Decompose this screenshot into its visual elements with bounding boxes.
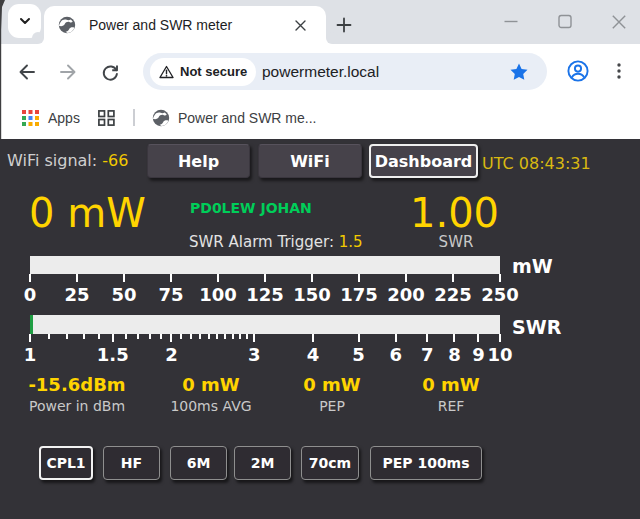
browser-menu-icon[interactable] <box>612 60 626 82</box>
meter-tick-minor <box>208 334 210 339</box>
meter-tick-minor <box>149 334 151 339</box>
readout-dbm: -15.6dBm Power in dBm <box>28 374 125 414</box>
security-chip[interactable]: Not secure <box>150 58 256 86</box>
not-secure-warning-icon <box>159 65 174 79</box>
meter-scale-label: 150 <box>293 284 331 305</box>
power-meter-unit: mW <box>512 255 553 277</box>
meter-tick-major <box>29 274 31 282</box>
security-chip-label: Not secure <box>180 64 247 79</box>
meter-tick-minor <box>83 334 85 339</box>
meter-tick-minor <box>216 334 218 339</box>
meter-scale-label: 10 <box>487 344 512 365</box>
band-button-pep100ms[interactable]: PEP 100ms <box>370 446 482 480</box>
browser-toolbar: Not secure powermeter.local <box>0 44 640 96</box>
meter-tick-major <box>76 274 78 282</box>
meter-tick-major <box>358 274 360 282</box>
meter-scale-label: 200 <box>387 284 425 305</box>
bookmarks-separator <box>133 109 135 126</box>
close-icon <box>295 20 306 31</box>
meter-tick-minor <box>137 334 139 339</box>
meter-tick-minor <box>160 334 162 339</box>
reload-button[interactable] <box>100 62 120 82</box>
readout-pep: 0 mW PEP <box>303 374 360 414</box>
meter-tick-minor <box>180 334 182 339</box>
meter-tick-major <box>426 334 428 342</box>
forward-button[interactable] <box>58 62 78 82</box>
swr-caption: SWR <box>429 233 483 251</box>
swr-meter-bar <box>30 315 500 334</box>
band-button-cpl1[interactable]: CPL1 <box>39 446 93 480</box>
meter-tick-minor <box>246 334 248 339</box>
meter-scale-label: 5 <box>352 344 365 365</box>
meter-scale-label: 25 <box>64 284 89 305</box>
address-bar[interactable]: Not secure powermeter.local <box>143 53 547 90</box>
dashboard-button[interactable]: Dashboard <box>369 144 478 178</box>
meter-tick-minor <box>224 334 226 339</box>
readout-dbm-value: -15.6dBm <box>28 374 125 395</box>
meter-tick-major <box>452 274 454 282</box>
meter-tick-major <box>253 334 255 342</box>
utc-clock: UTC 08:43:31 <box>482 154 591 173</box>
meter-tick-minor <box>199 334 201 339</box>
band-button-hf[interactable]: HF <box>103 446 160 480</box>
meter-tick-major <box>29 334 31 342</box>
readout-ref: 0 mW REF <box>422 374 479 414</box>
swr-alarm-label: SWR Alarm Trigger: <box>189 233 334 251</box>
readout-pep-label: PEP <box>303 398 360 414</box>
meter-tick-major <box>311 274 313 282</box>
meter-scale-label: 2 <box>165 344 178 365</box>
meter-tick-major <box>499 274 501 282</box>
meter-tick-minor <box>239 334 241 339</box>
window-close-button[interactable] <box>612 0 626 44</box>
meter-tick-major <box>217 274 219 282</box>
meter-scale-label: 50 <box>111 284 136 305</box>
bookmark-label: Power and SWR me... <box>178 110 317 126</box>
meter-scale-label: 7 <box>421 344 434 365</box>
apps-label: Apps <box>48 110 80 126</box>
meter-scale-label: 8 <box>448 344 461 365</box>
meter-scale-label: 75 <box>158 284 183 305</box>
wifi-signal-value: -66 <box>102 151 128 170</box>
browser-tab[interactable]: Power and SWR meter <box>44 6 326 44</box>
tab-favicon-icon <box>58 16 76 34</box>
band-button-70cm[interactable]: 70cm <box>301 446 359 480</box>
tab-close-button[interactable] <box>292 17 308 33</box>
meter-tick-major <box>358 334 360 342</box>
back-button[interactable] <box>17 62 37 82</box>
bookmark-power-meter[interactable]: Power and SWR me... <box>152 96 317 139</box>
meter-tick-minor <box>48 334 50 339</box>
new-tab-button[interactable] <box>336 17 352 33</box>
meter-tick-major <box>395 334 397 342</box>
meter-scale-label: 4 <box>307 344 320 365</box>
wifi-button[interactable]: WiFi <box>258 144 362 178</box>
page-content: WiFi signal: -66 Help WiFi Dashboard UTC… <box>0 139 640 519</box>
meter-scale-label: 6 <box>389 344 402 365</box>
swr-alarm: SWR Alarm Trigger: 1.5 <box>189 233 363 251</box>
bookmark-star-icon[interactable] <box>509 62 529 82</box>
window-maximize-button[interactable] <box>558 0 572 44</box>
meter-tick-minor <box>125 334 127 339</box>
swr-meter-fill <box>30 315 33 334</box>
help-button[interactable]: Help <box>147 144 250 178</box>
meter-tick-major <box>170 274 172 282</box>
bookmarks-bar: Apps Power and SWR me... <box>0 96 640 139</box>
band-button-2m[interactable]: 2M <box>234 446 291 480</box>
bookmark-favicon-icon <box>152 109 170 127</box>
window-minimize-button[interactable] <box>504 0 518 44</box>
chevron-down-icon <box>18 14 32 28</box>
meter-scale-label: 100 <box>199 284 237 305</box>
browser-window: Power and SWR meter Not secure powermete… <box>0 0 640 519</box>
meter-scale-label: 1.5 <box>97 344 129 365</box>
bookmark-apps[interactable]: Apps <box>22 96 80 139</box>
power-meter-bar <box>30 256 500 274</box>
tab-title: Power and SWR meter <box>89 6 232 44</box>
meter-scale-label: 3 <box>248 344 261 365</box>
meter-tick-major <box>312 334 314 342</box>
profile-avatar-icon[interactable] <box>567 60 589 82</box>
tab-groups-button[interactable] <box>98 96 115 139</box>
band-button-6m[interactable]: 6M <box>170 446 227 480</box>
tiles-icon <box>98 110 115 126</box>
meter-tick-major <box>405 274 407 282</box>
meter-scale-label: 175 <box>340 284 378 305</box>
readout-avg-label: 100ms AVG <box>170 398 251 414</box>
